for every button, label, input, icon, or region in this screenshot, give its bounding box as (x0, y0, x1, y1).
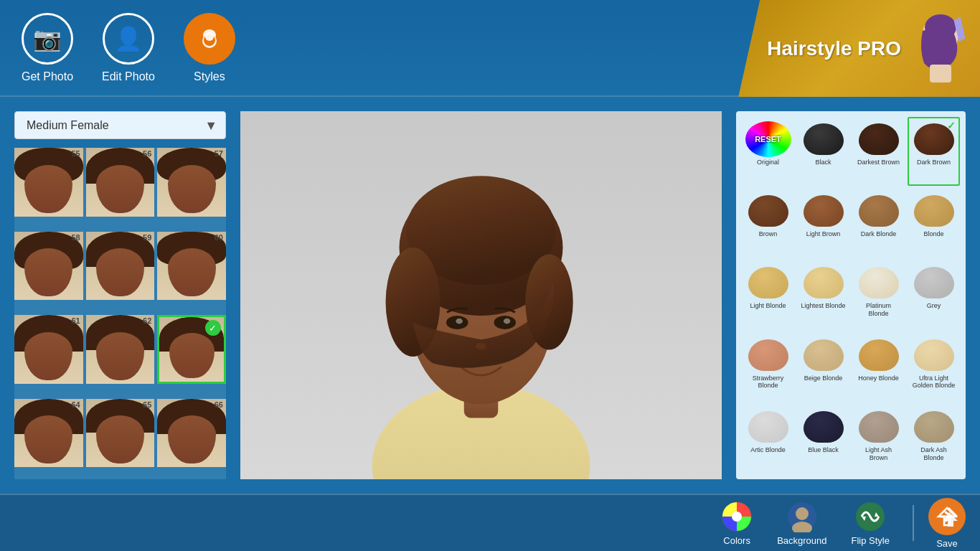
swatch-dark-ash-blonde (911, 409, 957, 445)
header: 📷 Get Photo 👤 Edit Photo Styles Hairstyl… (0, 0, 980, 97)
color-item-light-blonde[interactable]: Light Blonde (742, 260, 794, 329)
background-button[interactable]: Background (768, 496, 835, 550)
color-item-blonde[interactable]: Blonde (908, 189, 960, 258)
flip-style-button[interactable]: Flip Style (843, 496, 898, 550)
style-item-56[interactable]: 56 (86, 148, 155, 217)
color-item-beige-blonde[interactable]: Beige Blonde (797, 333, 849, 402)
swatch-dark-brown (911, 121, 957, 157)
color-item-blue-black[interactable]: Blue Black (797, 405, 849, 474)
color-item-light-brown[interactable]: Light Brown (797, 189, 849, 258)
color-label-strawberry-blonde: Strawberry Blonde (745, 375, 791, 390)
color-label-dark-ash-blonde: Dark Ash Blonde (910, 446, 957, 462)
brand-logo: Hairstyle PRO (738, 0, 980, 97)
style-item-62[interactable]: 62 (86, 315, 155, 384)
color-item-dark-brown[interactable]: Dark Brown (908, 117, 960, 186)
color-item-light-ash-brown[interactable]: Light Ash Brown (852, 405, 905, 474)
swatch-lightest-blonde (801, 265, 847, 301)
swatch-dark-blonde (856, 193, 902, 229)
reset-text: RESET (755, 135, 781, 143)
style-item-57[interactable]: 57 (157, 148, 226, 217)
save-icon (928, 498, 966, 535)
color-item-darkest-brown[interactable]: Darkest Brown (852, 117, 905, 186)
swatch-light-brown (801, 193, 847, 229)
style-number-55: 55 (71, 149, 80, 158)
styles-grid: 55 56 57 (14, 148, 226, 479)
color-item-honey-blonde[interactable]: Honey Blonde (852, 333, 905, 402)
color-item-strawberry-blonde[interactable]: Strawberry Blonde (742, 333, 794, 402)
color-label-blonde: Blonde (923, 230, 943, 238)
swatch-honey-blonde (856, 337, 902, 373)
color-label-blue-black: Blue Black (808, 446, 839, 454)
style-item-59[interactable]: 59 (86, 232, 155, 301)
color-item-lightest-blonde[interactable]: Lightest Blonde (797, 260, 849, 329)
style-item-63[interactable]: ✓ (157, 315, 226, 384)
style-number-56: 56 (143, 149, 151, 158)
style-item-58[interactable]: 58 (14, 232, 83, 301)
color-item-platinum-blonde[interactable]: Platinum Blonde (852, 260, 905, 329)
nav-item-styles[interactable]: Styles (184, 13, 235, 83)
color-item-grey[interactable]: Grey (908, 260, 960, 329)
edit-photo-label: Edit Photo (102, 70, 155, 83)
style-number-62: 62 (143, 316, 151, 325)
style-number-58: 58 (71, 233, 80, 242)
preview-background (240, 111, 722, 479)
style-face-66 (157, 399, 226, 468)
swatch-platinum-blonde (856, 265, 902, 301)
swatch-darkest-brown (856, 121, 902, 157)
color-label-light-ash-brown: Light Ash Brown (855, 446, 902, 462)
preview-image (240, 111, 722, 479)
style-number-60: 60 (215, 233, 223, 242)
color-item-original[interactable]: RESET Original (742, 117, 794, 186)
style-item-66[interactable]: 66 (157, 399, 226, 468)
preview-svg (240, 111, 722, 479)
color-label-platinum-blonde: Platinum Blonde (855, 302, 902, 318)
get-photo-icon: 📷 (22, 13, 73, 65)
colors-icon (721, 501, 753, 532)
style-number-57: 57 (215, 149, 223, 158)
swatch-black (801, 121, 847, 157)
save-button[interactable]: Save (928, 498, 966, 549)
style-face-62 (86, 315, 155, 384)
color-item-ultra-light-golden-blonde[interactable]: Ultra Light Golden Blonde (908, 333, 960, 402)
color-label-grey: Grey (927, 302, 941, 310)
edit-photo-icon: 👤 (103, 13, 154, 65)
swatch-blonde (911, 193, 957, 229)
style-item-60[interactable]: 60 (157, 232, 226, 301)
style-number-64: 64 (71, 400, 80, 409)
style-item-55[interactable]: 55 (14, 148, 83, 217)
swatch-artic-blonde (745, 409, 791, 445)
flip-style-label: Flip Style (852, 535, 890, 546)
color-item-brown[interactable]: Brown (742, 189, 794, 258)
style-item-64[interactable]: 64 (14, 399, 83, 468)
nav-item-get-photo[interactable]: 📷 Get Photo (22, 13, 73, 83)
color-label-brown: Brown (759, 230, 778, 238)
style-item-65[interactable]: 65 (86, 399, 155, 468)
color-item-artic-blonde[interactable]: Artic Blonde (742, 405, 794, 474)
style-face-55 (14, 148, 83, 217)
svg-point-20 (456, 319, 463, 324)
nav-item-edit-photo[interactable]: 👤 Edit Photo (102, 13, 155, 83)
preview-panel (240, 111, 722, 479)
svg-point-26 (796, 507, 809, 520)
style-face-59 (86, 232, 155, 301)
flip-style-icon (854, 501, 886, 532)
nav-items: 📷 Get Photo 👤 Edit Photo Styles (22, 13, 235, 83)
svg-point-21 (504, 319, 511, 324)
swatch-light-ash-brown (856, 409, 902, 445)
color-label-dark-blonde: Dark Blonde (861, 230, 897, 238)
style-item-61[interactable]: 61 (14, 315, 83, 384)
swatch-strawberry-blonde (745, 337, 791, 373)
swatch-brown (745, 193, 791, 229)
styles-icon (184, 13, 235, 65)
colors-button[interactable]: Colors (712, 496, 761, 550)
svg-point-24 (732, 512, 742, 522)
color-item-dark-blonde[interactable]: Dark Blonde (852, 189, 905, 258)
style-face-60 (157, 232, 226, 301)
styles-dropdown[interactable]: Medium Female Short Female Long Female S… (14, 111, 226, 139)
color-item-black[interactable]: Black (797, 117, 849, 186)
dropdown-container: Medium Female Short Female Long Female S… (14, 111, 226, 139)
style-number-65: 65 (143, 400, 151, 409)
get-photo-label: Get Photo (22, 70, 73, 83)
swatch-beige-blonde (801, 337, 847, 373)
color-item-dark-ash-blonde[interactable]: Dark Ash Blonde (908, 405, 960, 474)
